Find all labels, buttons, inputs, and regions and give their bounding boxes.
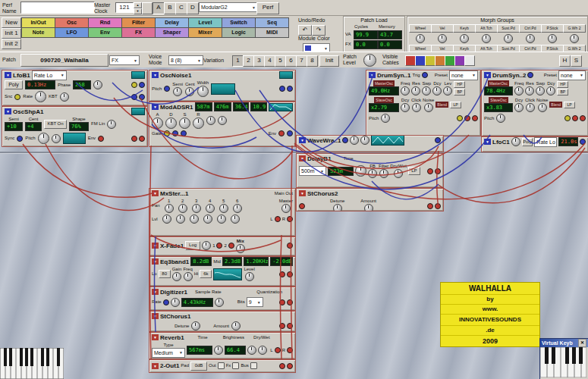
kbt-button[interactable]: KBT On [44, 120, 67, 129]
redo-button[interactable]: ↷ [312, 25, 325, 36]
out-radio[interactable] [218, 362, 225, 369]
click-knob[interactable] [412, 103, 421, 112]
preset-select[interactable]: none▼ [558, 70, 586, 80]
out-port[interactable] [139, 94, 145, 100]
clock-up-icon[interactable]: ▲ [134, 2, 142, 8]
variation-7-button[interactable]: 7 [296, 55, 307, 67]
pan-knob[interactable] [219, 204, 228, 213]
out-port[interactable] [472, 115, 478, 121]
init2-button[interactable]: Init 2 [2, 39, 21, 49]
mod-knob[interactable] [218, 116, 227, 125]
tab-logic[interactable]: Logic [222, 27, 256, 38]
noise-knob[interactable] [424, 103, 433, 112]
lfo-range-select[interactable]: Rate Lo▼ [534, 137, 557, 147]
pitch-knob[interactable] [496, 114, 505, 123]
morph-knob[interactable] [526, 34, 535, 43]
morph-knob[interactable] [438, 34, 447, 43]
lp-button[interactable]: LP [408, 167, 420, 175]
level-knob[interactable] [217, 215, 226, 224]
out-port[interactable] [287, 299, 293, 305]
in-port[interactable] [299, 203, 305, 209]
module-eq3band1[interactable]: ▼Eq3band1 8.2dB Mid 2.3dB 1.20KHz -2.0dB… [149, 256, 296, 287]
bus-radio[interactable] [250, 362, 257, 369]
sweep-knob[interactable] [422, 86, 431, 96]
morph-top-button[interactable]: P.Stick [541, 24, 564, 33]
width-knob[interactable] [197, 86, 209, 97]
clock-down-icon[interactable]: ▼ [134, 8, 142, 14]
hp-button[interactable]: HP [557, 81, 568, 88]
slot-b-button[interactable]: B [164, 2, 176, 14]
tab-inout[interactable]: In/Out [21, 17, 55, 28]
module-lfoc1[interactable]: ▼LfoC1 Poly Rate Lo▼ 21.0s [481, 136, 588, 152]
patch-canvas[interactable]: ▼LfoB1 Rate Lo▼ Poly 0.13Hz Phase 258 Sn… [0, 67, 588, 379]
tab-mixer[interactable]: Mixer [188, 27, 222, 38]
lp-button[interactable]: LP [564, 102, 575, 108]
out-r-port[interactable] [287, 216, 293, 222]
bp-button[interactable]: BP [557, 89, 568, 96]
out-port[interactable] [572, 115, 578, 121]
pitch-in-port[interactable] [164, 86, 170, 92]
snc-in-port[interactable] [14, 94, 20, 100]
cables-hide-button[interactable]: H [559, 55, 571, 67]
voice-mode-select[interactable]: 8 (8)▼ [168, 55, 203, 65]
init1-button[interactable]: Init 1 [2, 28, 21, 39]
in-l-port[interactable] [279, 363, 285, 369]
module-delayb1[interactable]: ▼DelayB1 Time 500m▼ 523m FB Filter Dry/W… [296, 153, 444, 188]
kbt-knob[interactable] [60, 92, 69, 102]
morph-top-button[interactable]: Vel [431, 24, 454, 33]
phase-knob[interactable] [93, 80, 102, 89]
variation-2-button[interactable]: 2 [243, 55, 254, 67]
preset-select[interactable]: none▼ [449, 70, 478, 80]
tab-switch[interactable]: Switch [222, 17, 256, 28]
level-knob[interactable] [190, 215, 199, 224]
slot-d-button[interactable]: D [187, 2, 199, 14]
morph-knob[interactable] [460, 34, 469, 43]
trig-in-port[interactable] [527, 72, 533, 78]
pan-knob[interactable] [178, 204, 187, 213]
out-port[interactable] [435, 168, 441, 174]
tab-delay[interactable]: Delay [155, 17, 189, 28]
in-port[interactable] [427, 168, 433, 174]
in-port[interactable] [181, 130, 187, 136]
morph-top-button[interactable]: Ctrl.Pd [519, 24, 542, 33]
hp-button[interactable]: HP [454, 81, 465, 88]
tab-env[interactable]: Env [88, 27, 122, 38]
poly-button[interactable]: Poly [522, 138, 533, 146]
module-2out1[interactable]: ▼2-Out1 Pad 0dB Out Fx Bus [149, 359, 296, 373]
level-knob[interactable] [245, 272, 254, 281]
pan-knob[interactable] [165, 204, 174, 213]
out-r-port[interactable] [435, 203, 441, 209]
tab-level[interactable]: Level [188, 17, 222, 28]
perf-button[interactable]: Perf [256, 2, 279, 14]
slave-decay-knob[interactable] [401, 103, 410, 112]
mod-knob[interactable] [206, 116, 215, 125]
out-port[interactable] [287, 130, 293, 136]
pad-button[interactable]: 0dB [190, 362, 207, 371]
semi-knob[interactable] [173, 87, 182, 96]
morph-knob[interactable] [504, 34, 513, 43]
drywet-knob[interactable] [394, 169, 403, 178]
log-button[interactable]: Log [185, 241, 200, 250]
slave-decay-knob[interactable] [514, 103, 524, 112]
cable-green-toggle[interactable] [445, 55, 455, 66]
module-modadsr1[interactable]: ▼ModADSR1 587m 476m 36.4 10.9 A D S R Ga… [149, 102, 296, 147]
filter-knob[interactable] [379, 169, 388, 178]
crossfade-knob[interactable] [202, 241, 211, 250]
variation-6-button[interactable]: 6 [285, 55, 297, 67]
level-knob[interactable] [443, 86, 452, 96]
reverb-type-select[interactable]: Medium▼ [152, 348, 185, 358]
out-port[interactable] [287, 243, 293, 249]
morph-top-button[interactable]: Keyb [453, 24, 476, 33]
morph-knob[interactable] [570, 34, 579, 43]
slot-area-select[interactable]: FX▼ [109, 55, 140, 65]
patch-level-knob[interactable] [363, 54, 376, 67]
click-knob[interactable] [526, 103, 535, 112]
cable-blue-toggle[interactable] [415, 55, 426, 66]
decay-knob[interactable] [546, 86, 555, 96]
pan-knob[interactable] [192, 204, 201, 213]
out-r-port[interactable] [287, 271, 293, 277]
device-select[interactable]: ModularG2▼ [199, 2, 258, 12]
out-l-port[interactable] [427, 203, 433, 209]
module-digitizer1[interactable]: ▼Digitizer1 Sample Rate Quantization Rat… [149, 287, 296, 311]
module-xfade1[interactable]: ▼X-Fade1 Log 1 2 Mix [149, 236, 296, 256]
